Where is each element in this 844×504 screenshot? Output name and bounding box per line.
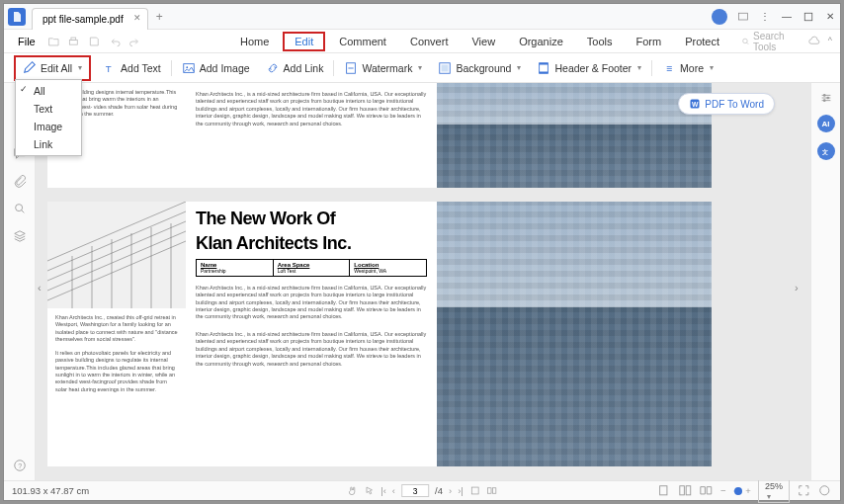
select-tool-icon[interactable] — [364, 485, 375, 496]
close-tab-icon[interactable]: ✕ — [133, 13, 141, 23]
zoom-value[interactable]: 25% ▾ — [758, 479, 790, 503]
word-icon: W — [689, 98, 701, 110]
svg-rect-0 — [739, 13, 748, 20]
translate-badge[interactable]: 文 — [817, 142, 835, 160]
user-avatar[interactable] — [712, 9, 727, 25]
add-text-button[interactable]: TAdd Text — [95, 58, 169, 78]
attachments-icon[interactable] — [13, 174, 27, 188]
menu-convert[interactable]: Convert — [400, 34, 459, 49]
page-input[interactable] — [401, 484, 429, 497]
background-button[interactable]: Background▾ — [430, 58, 529, 78]
zoom-in-icon[interactable]: + — [745, 485, 751, 496]
next-page-icon[interactable]: › — [449, 485, 452, 496]
view-mode-2-icon[interactable] — [678, 483, 693, 498]
menu-edit[interactable]: Edit — [283, 32, 325, 51]
menu-home[interactable]: Home — [230, 34, 279, 49]
svg-rect-3 — [71, 38, 76, 40]
help-icon[interactable]: ? — [13, 459, 27, 472]
view-mode-1-icon[interactable] — [656, 483, 671, 498]
add-image-button[interactable]: Add Image — [174, 58, 258, 78]
menu-view[interactable]: View — [462, 34, 505, 49]
svg-point-21 — [826, 97, 829, 100]
dropdown-all[interactable]: All — [16, 82, 81, 100]
find-icon[interactable] — [13, 202, 27, 215]
background-icon — [438, 61, 452, 75]
svg-point-15 — [15, 205, 22, 211]
read-mode-icon[interactable] — [699, 483, 714, 498]
redo-icon[interactable] — [128, 35, 141, 48]
document-view[interactable]: W PDF To Word ‹ › passive building desig… — [36, 83, 810, 480]
watermark-button[interactable]: Watermark▾ — [336, 58, 430, 78]
statusbar: 101.93 x 47.87 cm |‹ ‹ /4 › ›| − + 25% ▾ — [4, 480, 840, 500]
svg-rect-24 — [471, 487, 478, 494]
svg-point-7 — [186, 66, 188, 68]
fit-icon[interactable] — [817, 483, 832, 498]
close-window-icon[interactable]: ✕ — [824, 11, 836, 23]
building-image — [437, 83, 712, 188]
add-link-button[interactable]: Add Link — [258, 58, 332, 78]
page-total: /4 — [435, 485, 443, 496]
link-icon — [266, 61, 280, 75]
edit-all-button[interactable]: Edit All ▾ — [17, 58, 88, 78]
svg-point-30 — [820, 486, 829, 495]
print-icon[interactable] — [67, 35, 80, 48]
layers-icon[interactable] — [13, 229, 27, 243]
building-image — [437, 202, 712, 466]
cloud-icon[interactable] — [808, 36, 820, 47]
fit-width-icon[interactable] — [469, 485, 480, 496]
fit-page-icon[interactable] — [486, 485, 497, 496]
pdf-to-word-button[interactable]: W PDF To Word — [678, 93, 775, 115]
menu-organize[interactable]: Organize — [509, 34, 573, 49]
svg-rect-25 — [487, 488, 490, 494]
open-icon[interactable] — [47, 35, 60, 48]
svg-text:T: T — [106, 62, 112, 73]
maximize-icon[interactable] — [802, 11, 814, 23]
svg-rect-1 — [804, 13, 812, 21]
menu-comment[interactable]: Comment — [329, 34, 396, 49]
settings-icon[interactable] — [819, 91, 833, 105]
svg-rect-27 — [660, 486, 667, 495]
feedback-icon[interactable] — [737, 11, 749, 23]
svg-rect-26 — [492, 488, 495, 494]
dropdown-link[interactable]: Link — [16, 135, 81, 153]
zoom-out-icon[interactable]: − — [720, 485, 726, 496]
new-tab-button[interactable]: + — [156, 10, 163, 24]
search-icon — [741, 37, 750, 46]
undo-icon[interactable] — [109, 35, 122, 48]
coords-label: 101.93 x 47.87 cm — [12, 485, 89, 496]
document-tab[interactable]: ppt file-sample.pdf ✕ — [32, 8, 148, 30]
heading-2: Klan Architects Inc. — [196, 234, 427, 253]
search-tools[interactable]: Search Tools — [741, 31, 804, 52]
chevron-down-icon: ▾ — [418, 63, 422, 72]
header-footer-button[interactable]: Header & Footer▾ — [529, 58, 649, 78]
hand-tool-icon[interactable] — [347, 485, 358, 496]
svg-point-4 — [743, 39, 747, 42]
pencil-icon — [23, 60, 37, 76]
side-text-a: Khan Architects Inc., created this off-g… — [47, 308, 186, 350]
svg-rect-10 — [442, 64, 449, 71]
kebab-icon[interactable]: ⋮ — [759, 11, 771, 23]
text-icon: T — [103, 61, 117, 75]
chevron-down-icon: ▾ — [637, 63, 641, 72]
save-icon[interactable] — [88, 35, 101, 48]
dropdown-text[interactable]: Text — [16, 100, 81, 118]
dropdown-image[interactable]: Image — [16, 118, 81, 135]
chevron-down-icon: ▾ — [517, 63, 521, 72]
ai-badge[interactable]: AI — [817, 115, 835, 132]
fullscreen-icon[interactable] — [797, 483, 811, 498]
svg-point-20 — [822, 94, 825, 97]
chevron-down-icon: ▾ — [78, 63, 82, 72]
body-text-1: Khan Architects Inc., is a mid-sized arc… — [196, 285, 427, 321]
last-page-icon[interactable]: ›| — [458, 485, 464, 496]
menu-protect[interactable]: Protect — [675, 34, 729, 49]
menu-file[interactable]: File — [12, 34, 42, 49]
minimize-icon[interactable]: — — [781, 11, 793, 23]
collapse-ribbon-icon[interactable]: ^ — [828, 36, 832, 47]
more-button[interactable]: ≡More▾ — [654, 58, 721, 78]
svg-rect-13 — [540, 71, 549, 73]
zoom-slider[interactable] — [733, 490, 739, 492]
first-page-icon[interactable]: |‹ — [380, 485, 386, 496]
menu-tools[interactable]: Tools — [577, 34, 623, 49]
prev-page-icon[interactable]: ‹ — [392, 485, 395, 496]
menu-form[interactable]: Form — [626, 34, 671, 49]
